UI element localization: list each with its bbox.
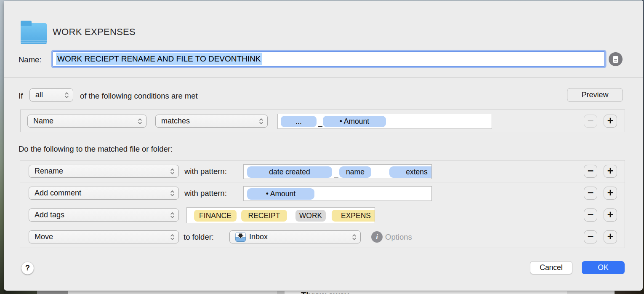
actions-heading: Do the following to the matched file or … bbox=[19, 144, 173, 154]
background-window-strip: Throw away. bbox=[285, 291, 567, 294]
pattern-literal: _ bbox=[318, 116, 322, 127]
tags-field[interactable]: FINANCE RECEIPT WORK EXPENS bbox=[186, 207, 375, 223]
add-action-button[interactable]: + bbox=[604, 230, 617, 243]
rule-target-title: WORK EXPENSES bbox=[53, 27, 136, 37]
connector-label: with pattern: bbox=[184, 167, 227, 176]
pattern-token[interactable]: extens bbox=[389, 166, 432, 178]
pattern-token[interactable]: name bbox=[339, 166, 371, 178]
tag-token[interactable]: WORK bbox=[295, 210, 326, 222]
cancel-button[interactable]: Cancel bbox=[530, 261, 572, 274]
if-prefix-label: If bbox=[19, 91, 23, 101]
document-icon bbox=[612, 56, 619, 63]
pattern-token[interactable]: date created bbox=[247, 166, 332, 178]
action-row-move: Move to folder: Inbox bbox=[20, 226, 625, 249]
rule-name-input[interactable]: WORK RECIEPT RENAME AND FILE TO DEVONTHI… bbox=[53, 51, 605, 67]
condition-pattern-field[interactable]: ... _ • Amount bbox=[277, 114, 492, 129]
divider bbox=[4, 77, 643, 78]
background-window-strip bbox=[567, 291, 615, 294]
background-window-strip bbox=[4, 291, 37, 294]
connector-label: with pattern: bbox=[184, 189, 227, 198]
chevron-updown-icon bbox=[170, 168, 175, 175]
action-type-popup[interactable]: Add tags bbox=[29, 208, 179, 222]
pattern-token[interactable]: ... bbox=[281, 116, 317, 127]
preview-button[interactable]: Preview bbox=[567, 88, 623, 102]
rename-pattern-field[interactable]: date created _ name extens bbox=[243, 164, 432, 179]
options-label[interactable]: Options bbox=[385, 233, 412, 242]
help-button[interactable]: ? bbox=[21, 262, 34, 275]
connector-label: to folder: bbox=[184, 233, 214, 242]
background-window-strip bbox=[68, 291, 277, 294]
background-window-strip bbox=[615, 291, 644, 294]
chevron-updown-icon bbox=[170, 233, 175, 241]
condition-attribute-popup[interactable]: Name bbox=[27, 115, 146, 128]
chevron-updown-icon bbox=[170, 211, 175, 219]
remove-action-button[interactable]: − bbox=[584, 187, 597, 200]
remove-action-button[interactable]: − bbox=[584, 230, 597, 243]
remove-condition-button[interactable]: − bbox=[584, 115, 597, 128]
action-row-add-tags: Add tags FINANCE RECEIPT WORK EXPENS − + bbox=[20, 204, 625, 226]
action-type-popup[interactable]: Add comment bbox=[29, 187, 179, 200]
pattern-token[interactable]: • Amount bbox=[323, 116, 386, 127]
selected-text: WORK RECIEPT RENAME AND FILE TO DEVONTHI… bbox=[56, 53, 262, 65]
rule-editor-sheet: WORK EXPENSES Name: WORK RECIEPT RENAME … bbox=[4, 1, 643, 291]
action-type-popup[interactable]: Move bbox=[29, 230, 179, 243]
chevron-updown-icon bbox=[259, 118, 263, 125]
if-suffix-label: of the following conditions are met bbox=[80, 91, 198, 101]
chevron-updown-icon bbox=[138, 118, 142, 125]
action-row-rename: Rename with pattern: date created _ name… bbox=[20, 160, 625, 182]
inbox-icon bbox=[235, 232, 246, 242]
match-mode-popup[interactable]: all bbox=[29, 88, 73, 102]
add-action-button[interactable]: + bbox=[604, 208, 617, 222]
background-clipped-text: Throw away. bbox=[301, 291, 351, 294]
pattern-literal: _ bbox=[334, 166, 338, 178]
background-window-strip bbox=[277, 291, 285, 294]
remove-action-button[interactable]: − bbox=[584, 165, 597, 178]
ok-button[interactable]: OK bbox=[582, 261, 625, 274]
destination-folder-popup[interactable]: Inbox bbox=[229, 230, 361, 243]
name-label: Name: bbox=[19, 55, 42, 64]
add-action-button[interactable]: + bbox=[604, 187, 617, 200]
conditions-box: Name matches ... _ • Amount − + bbox=[20, 110, 625, 132]
comment-pattern-field[interactable]: • Amount bbox=[243, 186, 432, 201]
remove-action-button[interactable]: − bbox=[584, 208, 597, 222]
chevron-updown-icon bbox=[64, 91, 69, 99]
condition-operator-popup[interactable]: matches bbox=[155, 115, 268, 128]
tag-token[interactable]: EXPENS bbox=[332, 210, 375, 222]
script-note-button[interactable] bbox=[609, 52, 623, 66]
add-action-button[interactable]: + bbox=[604, 165, 617, 178]
action-row-add-comment: Add comment with pattern: • Amount − + bbox=[20, 182, 625, 204]
info-icon[interactable]: i bbox=[371, 231, 383, 243]
tag-token[interactable]: FINANCE bbox=[194, 210, 237, 222]
add-condition-button[interactable]: + bbox=[604, 115, 617, 128]
chevron-updown-icon bbox=[352, 233, 357, 241]
actions-box: Rename with pattern: date created _ name… bbox=[20, 160, 625, 248]
folder-icon bbox=[21, 21, 47, 44]
action-type-popup[interactable]: Rename bbox=[29, 165, 179, 178]
chevron-updown-icon bbox=[170, 190, 175, 197]
background-window-strip bbox=[37, 291, 68, 294]
pattern-token[interactable]: • Amount bbox=[247, 188, 314, 200]
desktop: Throw away. WORK EXPENSES Name: WORK REC… bbox=[0, 0, 644, 294]
tag-token[interactable]: RECEIPT bbox=[241, 210, 287, 222]
